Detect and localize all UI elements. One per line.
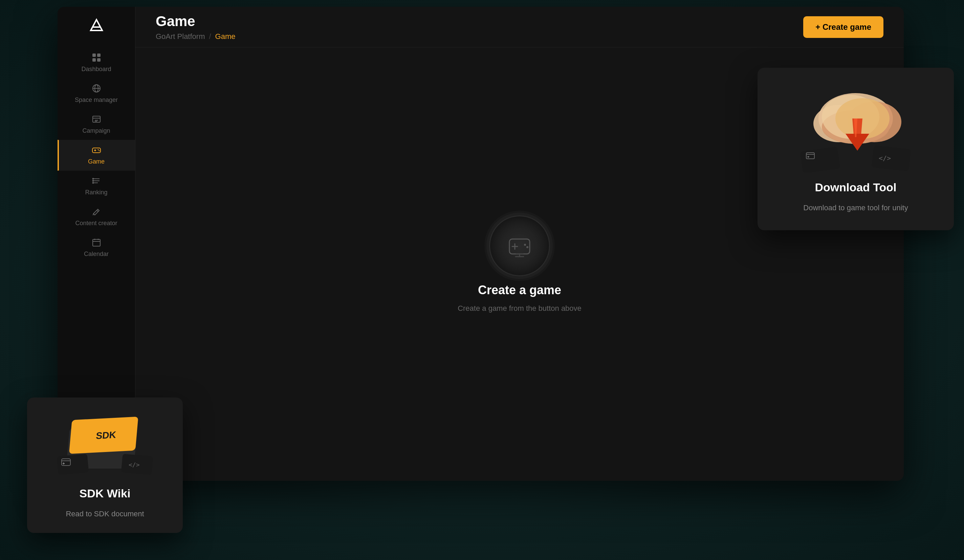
empty-state-title: Create a game: [478, 283, 561, 297]
svg-point-16: [98, 149, 98, 150]
sidebar-item-calendar[interactable]: Calendar: [57, 232, 135, 263]
svg-rect-2: [93, 54, 96, 57]
sidebar-item-space-manager-label: Space manager: [75, 96, 118, 104]
svg-rect-26: [93, 239, 100, 246]
sidebar-item-calendar-label: Calendar: [84, 251, 109, 258]
sidebar-item-game[interactable]: Game: [57, 140, 135, 171]
calendar-icon: [92, 238, 101, 249]
sidebar-item-ranking[interactable]: Ranking: [57, 171, 135, 202]
svg-rect-3: [97, 54, 101, 57]
svg-point-17: [98, 150, 99, 151]
sdk-illustration: SDK </>: [51, 411, 159, 479]
create-game-button[interactable]: + Create game: [803, 16, 883, 38]
download-illustration: </>: [791, 85, 920, 173]
svg-point-21: [93, 178, 93, 179]
svg-line-24: [97, 210, 98, 212]
breadcrumb-current: Game: [215, 32, 236, 41]
svg-rect-62: [871, 145, 911, 171]
breadcrumb-separator: /: [209, 32, 211, 41]
empty-state-subtitle: Create a game from the button above: [458, 304, 581, 313]
sidebar-item-campaign[interactable]: Campaign: [57, 109, 135, 140]
sidebar-item-ranking-label: Ranking: [85, 189, 107, 196]
download-card-title: Download Tool: [815, 181, 896, 194]
svg-point-23: [93, 182, 93, 184]
content-creator-icon: [92, 207, 101, 218]
breadcrumb-root: GoArt Platform: [156, 32, 205, 41]
header: Game GoArt Platform / Game + Create game: [135, 7, 904, 47]
svg-point-34: [526, 246, 528, 248]
svg-text:</>: </>: [129, 461, 140, 468]
sdk-card-subtitle: Read to SDK document: [66, 508, 144, 519]
svg-point-33: [524, 244, 526, 246]
sidebar-item-dashboard-label: Dashboard: [81, 66, 111, 73]
svg-rect-4: [93, 58, 96, 62]
logo[interactable]: [88, 17, 105, 34]
sdk-card-title: SDK Wiki: [80, 487, 131, 500]
svg-text:SDK: SDK: [96, 430, 117, 441]
sidebar-item-space-manager[interactable]: Space manager: [57, 78, 135, 109]
sidebar-item-dashboard[interactable]: Dashboard: [57, 47, 135, 78]
game-icon: [92, 145, 101, 156]
campaign-icon: [92, 114, 101, 125]
svg-text:</>: </>: [879, 154, 891, 162]
download-card-subtitle: Download to game tool for unity: [803, 202, 908, 213]
page-title: Game: [156, 13, 236, 29]
sidebar-item-content-creator-label: Content creator: [75, 220, 117, 227]
sdk-wiki-card[interactable]: SDK </> SDK Wiki Read to SDK document: [27, 397, 183, 533]
svg-rect-5: [97, 58, 101, 62]
dashboard-icon: [92, 53, 101, 63]
empty-state-icon: [489, 215, 550, 276]
svg-line-25: [93, 214, 93, 215]
svg-marker-0: [91, 20, 102, 31]
space-manager-icon: [92, 84, 101, 94]
sidebar-item-game-label: Game: [88, 158, 104, 165]
ranking-icon: [92, 176, 101, 187]
download-tool-card[interactable]: </> Download Tool Download to game tool …: [757, 68, 954, 230]
svg-point-22: [93, 181, 93, 181]
sidebar-item-campaign-label: Campaign: [82, 127, 110, 134]
header-left: Game GoArt Platform / Game: [156, 13, 236, 41]
sidebar-item-content-creator[interactable]: Content creator: [57, 202, 135, 232]
svg-rect-57: [800, 147, 840, 173]
empty-state: Create a game Create a game from the but…: [458, 215, 581, 313]
breadcrumb: GoArt Platform / Game: [156, 32, 236, 41]
